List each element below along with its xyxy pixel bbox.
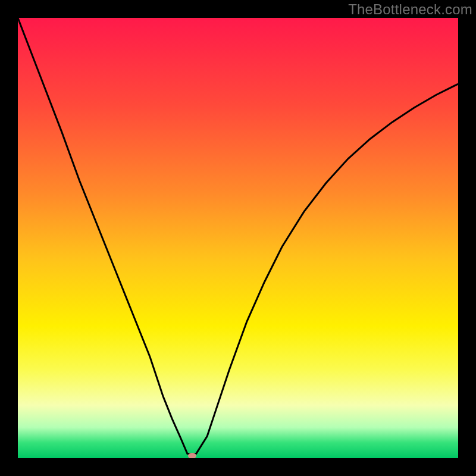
curve-layer	[18, 18, 458, 458]
bottleneck-curve	[18, 18, 458, 454]
watermark-text: TheBottleneck.com	[348, 1, 472, 18]
plot-area	[18, 18, 458, 458]
bottleneck-marker	[188, 453, 196, 458]
chart-frame: TheBottleneck.com	[0, 0, 476, 476]
